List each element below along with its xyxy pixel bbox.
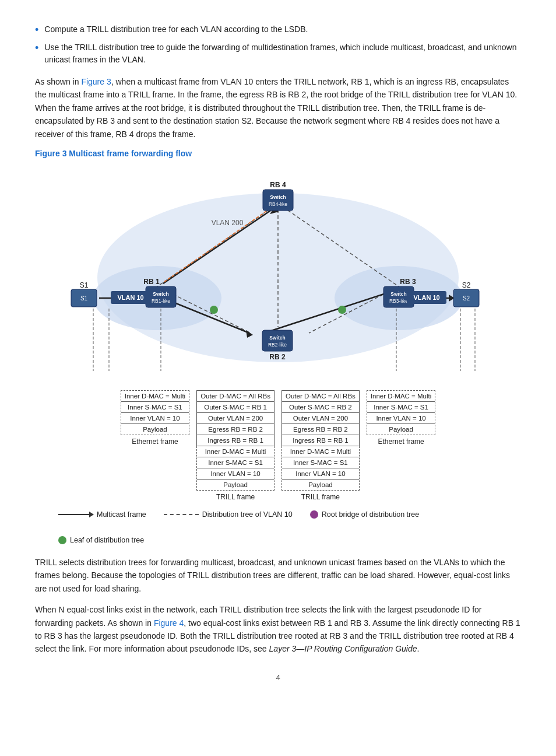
page-number: 4 xyxy=(35,673,521,682)
ethernet-frame-2: Inner D-MAC = Multi Inner S-MAC = S1 Inn… xyxy=(367,390,435,446)
trill-frame-1: Outer D-MAC = All RBs Outer S-MAC = RB 1… xyxy=(196,390,275,501)
eth1-row2: Inner S-MAC = S1 xyxy=(121,402,189,413)
svg-text:Switch: Switch xyxy=(153,291,168,297)
svg-text:S2: S2 xyxy=(462,281,471,289)
eth2-row1: Inner D-MAC = Multi xyxy=(367,391,435,402)
eth1-row3: Inner VLAN = 10 xyxy=(121,413,189,424)
svg-text:RB 4: RB 4 xyxy=(270,181,286,189)
para3-italic: Layer 3—IP Routing Configuration Guide xyxy=(269,644,417,653)
eth2-row4: Payload xyxy=(367,424,435,435)
svg-text:RB1-like: RB1-like xyxy=(152,298,170,304)
trill1-top-row1: Outer D-MAC = All RBs xyxy=(197,391,274,402)
svg-point-20 xyxy=(338,306,346,314)
ethernet-frame-1-box: Inner D-MAC = Multi Inner S-MAC = S1 Inn… xyxy=(121,390,189,435)
legend-leaf-label: Leaf of distribution tree xyxy=(70,536,144,544)
frames-section: Inner D-MAC = Multi Inner S-MAC = S1 Inn… xyxy=(35,390,521,501)
trill1-top-row2: Outer S-MAC = RB 1 xyxy=(197,402,274,413)
trill1-inner: Inner D-MAC = Multi Inner S-MAC = S1 Inn… xyxy=(196,446,275,491)
trill-frame-2-label: TRILL frame xyxy=(301,493,340,501)
figure3-link[interactable]: Figure 3 xyxy=(81,77,111,86)
paragraph-3: When N equal-cost links exist in the net… xyxy=(35,603,521,656)
legend: Multicast frame Distribution tree of VLA… xyxy=(58,510,521,544)
trill2-top-row5: Ingress RB = RB 1 xyxy=(282,435,359,446)
svg-text:RB 1: RB 1 xyxy=(143,278,160,286)
ethernet-frame-2-label: Ethernet frame xyxy=(378,438,424,446)
legend-leaf: Leaf of distribution tree xyxy=(58,536,144,544)
paragraph-1: As shown in Figure 3, when a multicast f… xyxy=(35,75,521,141)
trill2-top-row1: Outer D-MAC = All RBs xyxy=(282,391,359,402)
eth1-row4: Payload xyxy=(121,424,189,435)
legend-dist-tree: Distribution tree of VLAN 10 xyxy=(164,510,293,519)
svg-text:RB 3: RB 3 xyxy=(400,278,416,286)
ethernet-frame-1-label: Ethernet frame xyxy=(132,438,178,446)
trill2-top: Outer D-MAC = All RBs Outer S-MAC = RB 2… xyxy=(281,390,360,446)
svg-text:S1: S1 xyxy=(80,281,89,289)
trill2-top-row4: Egress RB = RB 2 xyxy=(282,424,359,435)
trill1-inner-row2: Inner S-MAC = S1 xyxy=(197,457,274,468)
eth2-row3: Inner VLAN = 10 xyxy=(367,413,435,424)
svg-text:S2: S2 xyxy=(463,295,470,302)
trill2-inner-row2: Inner S-MAC = S1 xyxy=(282,457,359,468)
svg-rect-29 xyxy=(262,330,293,351)
svg-text:VLAN 200: VLAN 200 xyxy=(212,219,244,227)
trill2-inner-row1: Inner D-MAC = Multi xyxy=(282,446,359,457)
ethernet-frame-2-box: Inner D-MAC = Multi Inner S-MAC = S1 Inn… xyxy=(367,390,435,435)
trill1-top-row3: Outer VLAN = 200 xyxy=(197,413,274,424)
svg-text:RB2-like: RB2-like xyxy=(268,342,287,348)
figure-title: Figure 3 Multicast frame forwarding flow xyxy=(35,149,521,158)
legend-green-dot-icon xyxy=(58,536,66,544)
network-diagram: Switch RB1-like RB 1 VLAN 10 Switch RB2-… xyxy=(35,164,521,386)
trill1-inner-row4: Payload xyxy=(197,480,274,490)
svg-point-19 xyxy=(210,306,218,314)
svg-text:VLAN 10: VLAN 10 xyxy=(413,294,439,301)
trill1-top: Outer D-MAC = All RBs Outer S-MAC = RB 1… xyxy=(196,390,275,446)
svg-text:Switch: Switch xyxy=(269,335,285,341)
trill1-top-row4: Egress RB = RB 2 xyxy=(197,424,274,435)
trill2-inner-row4: Payload xyxy=(282,480,359,490)
figure4-link[interactable]: Figure 4 xyxy=(154,618,184,628)
svg-text:S1: S1 xyxy=(80,295,88,302)
bullet-item-1: Compute a TRILL distribution tree for ea… xyxy=(35,23,521,38)
trill2-inner-row3: Inner VLAN = 10 xyxy=(282,468,359,480)
legend-arrow-icon xyxy=(58,514,93,515)
eth2-row2: Inner S-MAC = S1 xyxy=(367,402,435,413)
trill-frame-2: Outer D-MAC = All RBs Outer S-MAC = RB 2… xyxy=(281,390,360,501)
svg-text:VLAN 10: VLAN 10 xyxy=(117,294,143,301)
legend-dist-tree-label: Distribution tree of VLAN 10 xyxy=(202,510,293,519)
trill1-top-row5: Ingress RB = RB 1 xyxy=(197,435,274,446)
paragraph-2: TRILL selects distribution trees for for… xyxy=(35,556,521,595)
trill1-inner-row1: Inner D-MAC = Multi xyxy=(197,446,274,457)
bullet-item-2: Use the TRILL distribution tree to guide… xyxy=(35,41,521,66)
figure-diagram: Switch RB1-like RB 1 VLAN 10 Switch RB2-… xyxy=(35,164,521,386)
bullet-list: Compute a TRILL distribution tree for ea… xyxy=(35,23,521,66)
trill2-top-row2: Outer S-MAC = RB 2 xyxy=(282,402,359,413)
legend-dash-icon xyxy=(164,514,199,515)
svg-text:RB4-like: RB4-like xyxy=(269,201,287,207)
trill2-inner: Inner D-MAC = Multi Inner S-MAC = S1 Inn… xyxy=(281,446,360,491)
eth1-row1: Inner D-MAC = Multi xyxy=(121,391,189,402)
svg-text:RB3-like: RB3-like xyxy=(389,298,408,304)
legend-multicast-label: Multicast frame xyxy=(97,510,146,519)
svg-rect-39 xyxy=(263,190,293,211)
trill2-top-row3: Outer VLAN = 200 xyxy=(282,413,359,424)
svg-text:Switch: Switch xyxy=(270,194,286,200)
trill1-inner-row3: Inner VLAN = 10 xyxy=(197,468,274,480)
svg-text:Switch: Switch xyxy=(390,291,406,297)
legend-multicast: Multicast frame xyxy=(58,510,146,519)
legend-root-bridge: Root bridge of distribution tree xyxy=(310,510,419,519)
ethernet-frame-1: Inner D-MAC = Multi Inner S-MAC = S1 Inn… xyxy=(121,390,189,446)
svg-text:RB 2: RB 2 xyxy=(269,353,286,361)
trill-frame-1-label: TRILL frame xyxy=(216,493,255,501)
para3-period: . xyxy=(417,644,420,653)
legend-purple-dot-icon xyxy=(310,510,318,519)
legend-root-bridge-label: Root bridge of distribution tree xyxy=(322,510,419,519)
